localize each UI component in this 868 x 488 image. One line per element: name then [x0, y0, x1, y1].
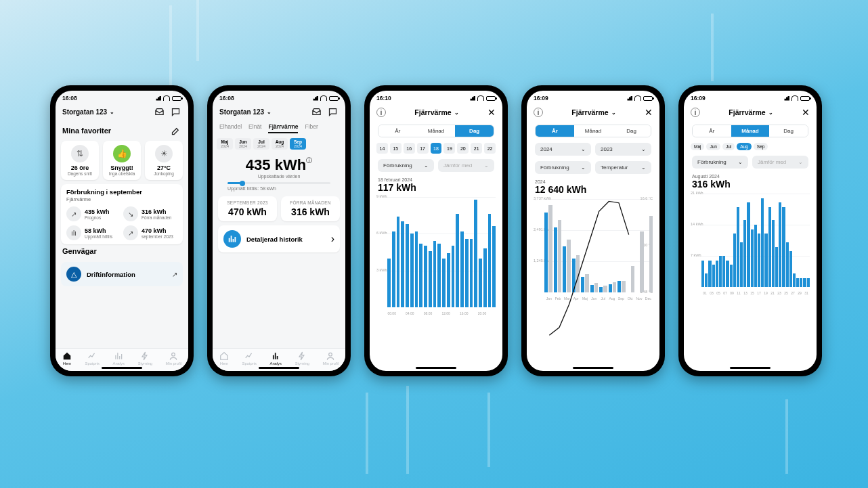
chart-date: 18 februari 2024 — [378, 177, 494, 182]
period-segment: År Månad Dag — [535, 125, 651, 137]
day-chip[interactable]: 22 — [484, 143, 496, 154]
select-temperature[interactable]: Temperatur⌄ — [595, 161, 651, 174]
select-year-b[interactable]: 2023⌄ — [595, 143, 651, 156]
inbox-icon[interactable] — [310, 106, 322, 118]
select-compare[interactable]: Jämför med⌄ — [438, 159, 494, 172]
status-bar: 16:09 — [527, 91, 659, 103]
month-chip[interactable]: Sep2024 — [290, 138, 306, 150]
stat-measured: ılı58 kWhUppmätt hittils — [66, 225, 121, 240]
month-chip[interactable]: Jun — [706, 143, 720, 150]
fav-card-price[interactable]: ⇅26 öreDagens snitt — [61, 141, 99, 180]
tab-fiber[interactable]: Fiber — [305, 123, 318, 133]
stat-lastmonth: ↘316 kWhFörra månaden — [123, 206, 177, 221]
inbox-icon[interactable] — [153, 106, 165, 118]
day-chip[interactable]: 19 — [443, 143, 455, 154]
shortcuts-title: Genvägar — [62, 247, 97, 255]
info-icon[interactable]: i — [534, 108, 543, 117]
close-icon[interactable]: ✕ — [802, 107, 810, 118]
service-tabs: Elhandel Elnät Fjärrvärme Fiber — [213, 122, 345, 135]
nav-analys[interactable]: Analys — [113, 351, 125, 365]
select-metric[interactable]: Förbrukning⌄ — [535, 161, 591, 174]
nav-styr[interactable]: Styrning — [295, 351, 309, 365]
fav-card-weather[interactable]: ☀27°CJonkoping — [145, 141, 183, 180]
modal-title[interactable]: Fjärrvärme⌄ — [571, 108, 615, 116]
select-year-a[interactable]: 2024⌄ — [535, 143, 591, 156]
svg-point-0 — [172, 353, 175, 356]
day-chip[interactable]: 18 — [431, 143, 442, 154]
sun-icon: ☀ — [155, 145, 173, 162]
month-chip[interactable]: Maj2024 — [217, 138, 233, 150]
seg-day[interactable]: Dag — [455, 125, 494, 137]
headline-value: 435 kWhⓘ — [213, 156, 345, 174]
period-segment: År Månad Dag — [378, 125, 494, 137]
nav-home[interactable]: Hem — [62, 351, 72, 365]
day-chip[interactable]: 21 — [471, 143, 482, 154]
select-compare[interactable]: Jämför med⌄ — [752, 156, 808, 169]
address-selector[interactable]: Storgatan 123⌄ — [62, 108, 114, 116]
close-icon[interactable]: ✕ — [645, 107, 653, 118]
close-icon[interactable]: ✕ — [487, 107, 496, 118]
select-metric[interactable]: Förbrukning⌄ — [692, 156, 748, 169]
info-icon[interactable]: i — [691, 108, 700, 117]
day-scroller: 14 15 16 17 18 19 20 21 22 — [370, 140, 502, 156]
select-metric[interactable]: Förbrukning⌄ — [378, 159, 434, 172]
thumbs-up-icon: 👍 — [113, 145, 131, 162]
usage-card[interactable]: Förbrukning i september Fjärrvärme ↗435 … — [61, 184, 183, 244]
arrow-up-right-icon: ↗ — [66, 206, 81, 221]
month-chip[interactable]: Maj — [691, 143, 704, 150]
fav-card-invoices[interactable]: 👍Snyggt!Inga obetskla — [103, 141, 141, 180]
tab-elhandel[interactable]: Elhandel — [219, 123, 242, 133]
seg-day[interactable]: Dag — [612, 125, 651, 137]
seg-month[interactable]: Månad — [574, 125, 613, 137]
chevron-down-icon: ⌄ — [267, 109, 272, 115]
edit-icon[interactable] — [169, 125, 181, 137]
favorites-title: Mina favoriter — [62, 127, 111, 135]
day-chip[interactable]: 16 — [404, 143, 415, 154]
modal-title[interactable]: Fjärrvärme⌄ — [414, 108, 458, 116]
tab-fjarrvarme[interactable]: Fjärrvärme — [268, 123, 298, 133]
info-icon[interactable]: ⓘ — [306, 157, 312, 164]
nav-home[interactable]: Hem — [219, 351, 229, 365]
seg-day[interactable]: Dag — [769, 125, 808, 137]
day-chip[interactable]: 17 — [417, 143, 429, 154]
shortcut-drift[interactable]: △ Driftinformation ↗ — [61, 262, 183, 286]
month-chip[interactable]: Jul — [722, 143, 735, 150]
nav-styr[interactable]: Styrning — [138, 351, 152, 365]
modal-title[interactable]: Fjärrvärme⌄ — [729, 108, 773, 116]
seg-year[interactable]: År — [536, 125, 574, 137]
seg-month[interactable]: Månad — [731, 125, 770, 137]
card-lastmonth[interactable]: FÖRRA MÅNADEN316 kWh — [281, 196, 340, 221]
info-icon[interactable]: i — [376, 108, 386, 117]
seg-month[interactable]: Månad — [417, 125, 456, 137]
phone-day-chart: 16:10 i Fjärrvärme⌄ ✕ År Månad Dag 14 15… — [364, 85, 508, 376]
chart-value: 316 kWh — [692, 179, 808, 190]
nav-spot[interactable]: Spotpris — [85, 351, 100, 365]
nav-profile[interactable]: Min profil — [166, 351, 182, 365]
tab-elnat[interactable]: Elnät — [248, 123, 261, 133]
phone-year-chart: 16:09 i Fjärrvärme⌄ ✕ År Månad Dag 2024⌄… — [521, 85, 665, 376]
chevron-down-icon: ⌄ — [798, 159, 803, 165]
nav-spot[interactable]: Spotpris — [242, 351, 257, 365]
seg-year[interactable]: År — [378, 125, 417, 137]
chevron-down-icon: ⌄ — [484, 162, 489, 169]
nav-profile[interactable]: Min profil — [323, 351, 339, 365]
day-chip[interactable]: 20 — [457, 143, 469, 154]
month-chip[interactable]: Aug — [737, 143, 752, 150]
card-lastyear[interactable]: SEPTEMBER 2023470 kWh — [218, 196, 277, 221]
month-chip[interactable]: Jul2024 — [253, 138, 269, 150]
price-icon: ⇅ — [71, 145, 89, 162]
seg-year[interactable]: År — [693, 125, 731, 137]
month-chip[interactable]: Aug2024 — [272, 138, 288, 150]
day-chip[interactable]: 15 — [390, 143, 402, 154]
month-chip[interactable]: Sep — [754, 143, 768, 150]
phone-month-chart: 16:09 i Fjärrvärme⌄ ✕ År Månad Dag Maj J… — [678, 85, 822, 376]
day-chip[interactable]: 14 — [376, 143, 388, 154]
chat-icon[interactable] — [326, 106, 339, 118]
chat-icon[interactable] — [169, 106, 181, 118]
nav-analys[interactable]: Analys — [270, 351, 282, 365]
chevron-down-icon: ⌄ — [768, 110, 773, 116]
detailed-history-row[interactable]: Detaljerad historik › — [218, 225, 340, 252]
month-chip[interactable]: Jun2024 — [235, 138, 251, 150]
address-selector[interactable]: Storgatan 123⌄ — [219, 108, 272, 116]
arrow-up-right-icon: ↗ — [123, 225, 138, 240]
